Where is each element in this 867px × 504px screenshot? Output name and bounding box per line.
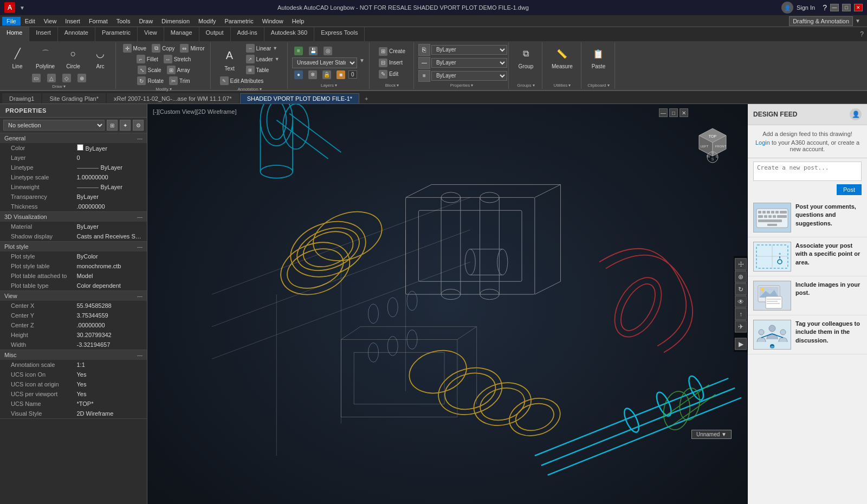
polyline-button[interactable]: ⌒ Polyline <box>33 43 58 71</box>
menu-file[interactable]: File <box>2 17 21 25</box>
sign-in-label[interactable]: Sign In <box>797 4 815 11</box>
layer-visibility[interactable]: ● <box>292 70 305 80</box>
color-selector[interactable]: ByLayer <box>431 45 507 55</box>
viewport-restore[interactable]: □ <box>669 108 678 117</box>
block-group-label[interactable]: Block▾ <box>385 83 399 88</box>
table-button[interactable]: ⊞Table <box>244 65 282 75</box>
layer-num[interactable]: 0 <box>348 70 357 79</box>
insert-block-button[interactable]: ⊟Insert <box>377 58 405 68</box>
draw-extra-3[interactable]: ◇ <box>60 73 73 83</box>
visualization-section-header[interactable]: 3D Visualization — <box>0 212 147 222</box>
layer-color[interactable]: ■ <box>334 70 347 80</box>
menu-draw[interactable]: Draw <box>134 17 157 25</box>
look-button[interactable]: 👁 <box>735 296 747 308</box>
linetype-btn[interactable]: — <box>418 57 430 69</box>
create-block-button[interactable]: ⊞Create <box>377 47 407 56</box>
orbit-button[interactable]: ↻ <box>735 283 747 295</box>
maximize-button[interactable]: □ <box>842 4 851 11</box>
viewport[interactable]: [-][Custom View][2D Wireframe] <box>147 104 748 504</box>
annotation-group-label[interactable]: Annotation▾ <box>237 87 261 92</box>
plot-section-header[interactable]: Plot style — <box>0 242 147 251</box>
tab-parametric[interactable]: Parametric <box>95 27 138 41</box>
menu-tools[interactable]: Tools <box>112 17 135 25</box>
tab-annotate[interactable]: Annotate <box>58 27 95 41</box>
title-menu-icon[interactable]: ▼ <box>20 5 25 11</box>
linear-button[interactable]: ↔Linear▼ <box>244 43 282 53</box>
misc-section-header[interactable]: Misc — <box>0 350 147 360</box>
paste-button[interactable]: 📋 Paste <box>586 43 610 71</box>
layer-freeze[interactable]: ❄ <box>306 70 319 80</box>
leader-button[interactable]: ↗Leader▼ <box>244 54 282 64</box>
measure-button[interactable]: 📏 Measure <box>548 43 576 71</box>
tab-a360[interactable]: Autodesk 360 <box>264 27 314 41</box>
pan-button[interactable]: ☩ <box>735 259 747 270</box>
trim-button[interactable]: ✂Trim <box>167 76 192 86</box>
zoom-button[interactable]: ⊕ <box>735 271 747 283</box>
layer-isolate-button[interactable]: ◎ <box>321 46 334 56</box>
stretch-button[interactable]: ↔Stretch <box>161 54 193 64</box>
unnamed-dropdown[interactable]: Unnamed ▼ <box>691 430 732 439</box>
utilities-group-label[interactable]: Utilities▾ <box>554 83 571 88</box>
tab-output[interactable]: Output <box>199 27 231 41</box>
general-collapse[interactable]: — <box>137 135 143 141</box>
help-icon[interactable]: ? <box>823 3 827 12</box>
layers-panel-button[interactable]: ≡ <box>292 46 305 56</box>
tab-express[interactable]: Express Tools <box>314 27 365 41</box>
misc-collapse[interactable]: — <box>137 352 143 358</box>
rotate-button[interactable]: ↻Rotate <box>135 76 165 86</box>
general-section-header[interactable]: General — <box>0 133 147 143</box>
move-button[interactable]: ✛Move <box>121 43 148 53</box>
tab-add-button[interactable]: + <box>360 94 372 104</box>
menu-parametric[interactable]: Parametric <box>220 17 257 25</box>
text-button[interactable]: A Text <box>218 46 242 73</box>
user-icon[interactable]: 👤 <box>781 2 793 14</box>
circle-button[interactable]: ○ Circle <box>61 43 85 71</box>
menu-dimension[interactable]: Dimension <box>157 17 194 25</box>
properties-toggle-btn[interactable]: ⊞ <box>107 120 118 131</box>
tab-addins[interactable]: Add-ins <box>231 27 264 41</box>
plot-collapse[interactable]: — <box>137 244 143 250</box>
tab-manage[interactable]: Manage <box>164 27 199 41</box>
workspace-selector[interactable]: Drafting & Annotation <box>789 16 853 26</box>
view-section-header[interactable]: View — <box>0 291 147 301</box>
view-collapse[interactable]: — <box>137 293 143 299</box>
walk-button[interactable]: ↑ <box>735 308 747 320</box>
viewport-close[interactable]: ✕ <box>680 108 688 117</box>
groups-group-label[interactable]: Groups▾ <box>517 83 534 88</box>
arc-button[interactable]: ◡ Arc <box>88 43 112 71</box>
properties-group-label[interactable]: Properties▾ <box>450 83 473 88</box>
menu-help[interactable]: Help <box>288 17 309 25</box>
visualization-collapse[interactable]: — <box>137 214 143 220</box>
line-button[interactable]: ╱ Line <box>5 43 29 71</box>
close-button[interactable]: ✕ <box>854 4 863 11</box>
menu-modify[interactable]: Modify <box>194 17 220 25</box>
draw-group-label[interactable]: Draw▾ <box>52 84 66 89</box>
post-button[interactable]: Post <box>837 184 862 195</box>
clipboard-group-label[interactable]: Clipboard▾ <box>587 83 609 88</box>
fillet-button[interactable]: ⌐Fillet <box>134 54 160 64</box>
post-textarea[interactable] <box>753 161 862 181</box>
properties-settings-btn[interactable]: ⚙ <box>133 120 144 131</box>
draw-extra-2[interactable]: △ <box>45 73 58 83</box>
layers-group-label[interactable]: Layers▾ <box>321 83 337 88</box>
group-button[interactable]: ⧉ Group <box>514 43 538 71</box>
edit-block-button[interactable]: ✎Edit <box>377 69 400 79</box>
lineweight-btn[interactable]: ≡ <box>418 70 430 82</box>
linetype-selector[interactable]: ByLayer <box>431 58 507 68</box>
layer-state-button[interactable]: 💾 <box>307 46 320 56</box>
tab-site-grading[interactable]: Site Grading Plan* <box>42 93 106 104</box>
mirror-button[interactable]: ⇔Mirror <box>178 43 206 53</box>
minimize-button[interactable]: — <box>830 4 839 11</box>
modify-group-label[interactable]: Modify▾ <box>156 87 172 92</box>
menu-view[interactable]: View <box>40 17 61 25</box>
menu-insert[interactable]: Insert <box>61 17 85 25</box>
tab-drawing1[interactable]: Drawing1 <box>2 93 41 104</box>
menu-format[interactable]: Format <box>85 17 112 25</box>
match-properties-btn[interactable]: ⎘ <box>418 44 430 56</box>
fly-button[interactable]: ✈ <box>735 321 747 333</box>
tab-view[interactable]: View <box>138 27 164 41</box>
show-motion-button[interactable]: ▶ <box>735 338 747 350</box>
login-link[interactable]: Login <box>755 139 770 146</box>
scale-button[interactable]: ⤡Scale <box>135 65 164 75</box>
layer-lock[interactable]: 🔒 <box>320 70 333 80</box>
